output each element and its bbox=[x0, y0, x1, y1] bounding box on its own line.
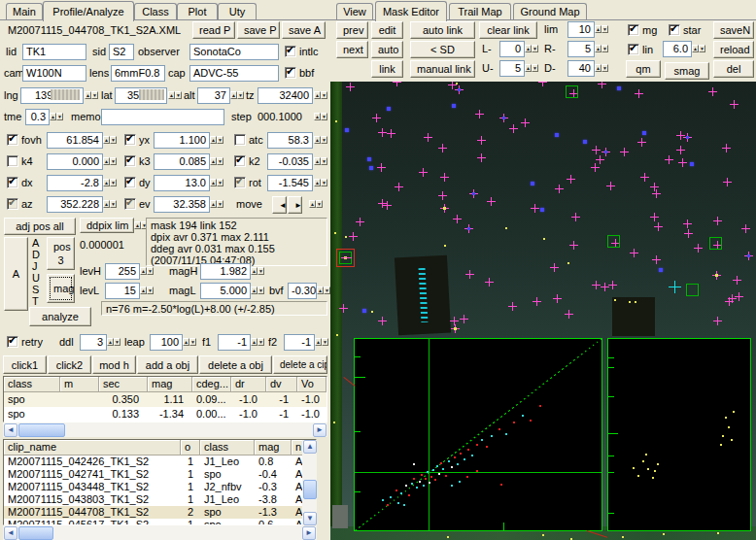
mg-checkbox[interactable] bbox=[628, 24, 639, 36]
lin-checkbox[interactable] bbox=[628, 44, 639, 55]
alt-spinner[interactable]: ▲▼ bbox=[230, 87, 242, 104]
prev-button[interactable]: prev bbox=[336, 21, 368, 39]
f1-field[interactable]: -1 bbox=[218, 334, 251, 351]
lens-field[interactable]: 6mmF0.8 bbox=[111, 65, 165, 82]
class-table-header-cell[interactable]: class bbox=[4, 377, 60, 392]
tab-view[interactable]: View bbox=[336, 3, 373, 20]
clip-table-header-cell[interactable]: class bbox=[200, 440, 255, 456]
clip-row[interactable]: M20071115_042426_TK1_S21J1_Leo0.8A bbox=[4, 456, 316, 468]
dx-field[interactable]: -2.8 bbox=[47, 175, 103, 191]
k2-spinner[interactable]: ▲▼ bbox=[314, 153, 326, 170]
click2-button[interactable]: click2 bbox=[48, 355, 91, 374]
clip-row[interactable]: M20071115_042741_TK1_S21spo-0.4A bbox=[4, 468, 316, 481]
k2-checkbox[interactable] bbox=[234, 155, 246, 167]
fovh-field[interactable]: 61.854 bbox=[47, 132, 103, 149]
clip-hscroll-left-arrow[interactable]: ◄ bbox=[4, 526, 17, 540]
tab-trail-map[interactable]: Trail Map bbox=[449, 3, 511, 20]
intlc-checkbox[interactable] bbox=[285, 46, 296, 57]
k3-field[interactable]: 0.085 bbox=[154, 153, 210, 170]
tme-field[interactable]: 0.3 bbox=[25, 109, 50, 125]
tme-spinner[interactable]: ▲▼ bbox=[50, 109, 61, 125]
edit-button[interactable]: edit bbox=[371, 21, 403, 39]
bvf-spinner[interactable]: ▲▼ bbox=[317, 283, 328, 299]
class-hscroll-thumb[interactable] bbox=[18, 423, 65, 437]
class-table[interactable]: class m sec mag cdeg... dr dv Vo spo0.35… bbox=[3, 376, 327, 422]
f1-spinner[interactable]: ▲▼ bbox=[251, 334, 262, 351]
d-minus-field[interactable]: 40 bbox=[567, 60, 595, 77]
atc-checkbox[interactable] bbox=[234, 134, 246, 146]
k4-checkbox[interactable] bbox=[7, 155, 18, 167]
tab-mask-editor[interactable]: Mask Editor bbox=[375, 1, 447, 21]
table-row[interactable]: spo0.3501.110.09...-1.0-1-1.0 bbox=[4, 392, 326, 407]
ev-checkbox[interactable] bbox=[124, 198, 136, 210]
table-row[interactable]: spo0.133-1.340.00...-1.0-1-1.0 bbox=[4, 407, 326, 422]
ddl-spinner[interactable]: ▲▼ bbox=[107, 334, 119, 351]
yx-checkbox[interactable] bbox=[124, 134, 136, 146]
clip-vscroll-down-arrow[interactable]: ▼ bbox=[303, 512, 317, 525]
clip-row[interactable]: M20071115_045617_TK1_S21spo0.6A bbox=[4, 519, 316, 525]
dy-spinner[interactable]: ▲▼ bbox=[210, 175, 222, 191]
k3-checkbox[interactable] bbox=[124, 155, 136, 167]
dy-checkbox[interactable] bbox=[124, 177, 136, 188]
d-minus-spinner[interactable]: ▲▼ bbox=[595, 60, 606, 77]
az-checkbox[interactable] bbox=[7, 198, 18, 210]
tab-plot[interactable]: Plot bbox=[177, 3, 218, 20]
save-p-button[interactable]: save P bbox=[237, 21, 280, 39]
yx-spinner[interactable]: ▲▼ bbox=[210, 132, 222, 149]
lid-field[interactable]: TK1 bbox=[22, 44, 86, 60]
class-hscroll-left-arrow[interactable]: ◄ bbox=[4, 423, 17, 437]
pos-button[interactable]: pos3 bbox=[47, 237, 75, 270]
lng-spinner[interactable]: ▲▼ bbox=[85, 87, 96, 104]
clip-table[interactable]: clip_name o class mag n M20071115_042426… bbox=[3, 439, 317, 525]
k4-field[interactable]: 0.000 bbox=[47, 153, 103, 170]
clip-hscroll-thumb[interactable] bbox=[18, 526, 53, 540]
class-table-header-cell[interactable]: dv bbox=[266, 377, 297, 392]
adj-pos-all-button[interactable]: adj pos all bbox=[4, 218, 76, 235]
read-p-button[interactable]: read P bbox=[192, 21, 235, 39]
sid-field[interactable]: S2 bbox=[109, 44, 134, 60]
reload-button[interactable]: reload bbox=[713, 41, 754, 58]
step-spinner[interactable]: ▲▼ bbox=[314, 109, 326, 125]
save-a-button[interactable]: save A bbox=[282, 21, 326, 39]
rot-field[interactable]: -1.545 bbox=[267, 175, 313, 191]
clip-row[interactable]: M20071115_044708_TK1_S22spo-1.3A bbox=[4, 506, 316, 519]
rot-spinner[interactable]: ▲▼ bbox=[314, 175, 326, 191]
add-a-obj-button[interactable]: add a obj bbox=[137, 355, 198, 374]
class-table-header-cell[interactable]: cdeg... bbox=[192, 377, 231, 392]
clear-link-button[interactable]: clear link bbox=[479, 21, 537, 39]
clip-vscroll-thumb[interactable] bbox=[303, 480, 317, 499]
auto-button[interactable]: auto bbox=[371, 41, 403, 58]
class-hscroll-right-arrow[interactable]: ► bbox=[313, 423, 326, 437]
a-button[interactable]: A bbox=[4, 237, 28, 311]
lim-spinner[interactable]: ▲▼ bbox=[595, 21, 606, 38]
del-button[interactable]: del bbox=[713, 60, 754, 78]
levl-field[interactable]: 15 bbox=[105, 283, 140, 299]
bvf-field[interactable]: -0.30 bbox=[288, 283, 317, 299]
magh-spinner[interactable]: ▲▼ bbox=[251, 263, 262, 280]
bbf-checkbox[interactable] bbox=[285, 67, 296, 79]
dx-spinner[interactable]: ▲▼ bbox=[103, 175, 115, 191]
atc-field[interactable]: 58.3 bbox=[267, 132, 313, 149]
mag-correlation-plot[interactable] bbox=[354, 338, 602, 531]
k2-field[interactable]: -0.035 bbox=[267, 153, 313, 170]
observer-field[interactable]: SonotaCo bbox=[189, 44, 279, 60]
az-field[interactable]: 352.228 bbox=[47, 196, 103, 213]
ddpix-lim-button[interactable]: ddpix lim bbox=[80, 218, 134, 233]
r-minus-spinner[interactable]: ▲▼ bbox=[595, 41, 606, 57]
link-button[interactable]: link bbox=[371, 60, 403, 78]
clip-hscroll-right-arrow[interactable]: ► bbox=[302, 526, 316, 540]
residual-plot[interactable] bbox=[607, 338, 751, 531]
saven-button[interactable]: saveN bbox=[713, 21, 754, 39]
auto-link-button[interactable]: auto link bbox=[410, 21, 475, 39]
l-minus-field[interactable]: 0 bbox=[499, 41, 525, 57]
magl-field[interactable]: 5.000 bbox=[200, 283, 251, 299]
k4-spinner[interactable]: ▲▼ bbox=[103, 153, 115, 170]
class-table-header-cell[interactable]: sec bbox=[99, 377, 148, 392]
k3-spinner[interactable]: ▲▼ bbox=[210, 153, 222, 170]
l-minus-spinner[interactable]: ▲▼ bbox=[525, 41, 536, 57]
delete-a-cip-button[interactable]: delete a cip bbox=[273, 355, 327, 374]
az-spinner[interactable]: ▲▼ bbox=[103, 196, 115, 213]
class-table-header-cell[interactable]: mag bbox=[148, 377, 192, 392]
dx-checkbox[interactable] bbox=[7, 177, 18, 188]
leap-field[interactable]: 100 bbox=[150, 334, 183, 351]
